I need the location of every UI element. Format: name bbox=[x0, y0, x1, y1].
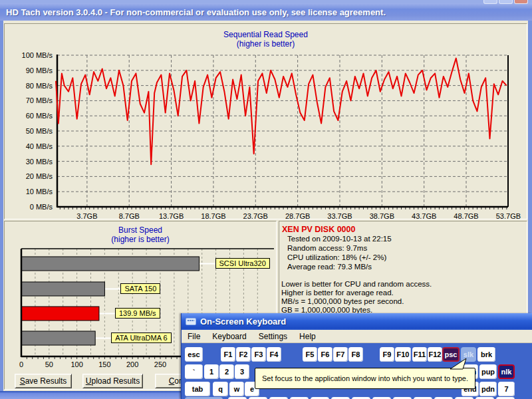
drive-name: XEN PV DISK 0000 bbox=[282, 225, 355, 234]
sequential-read-chart bbox=[5, 24, 528, 220]
bar-label-2: 139.9 MB/s bbox=[115, 308, 160, 319]
bar-label-1: SATA 150 bbox=[120, 283, 160, 294]
x-tick-label: 28.7GB bbox=[278, 212, 318, 220]
key-psc[interactable]: psc bbox=[442, 347, 460, 362]
key-pdn[interactable]: pdn bbox=[479, 382, 497, 396]
hdtach-window: HD Tach version 3.0.4.0 - For non-commer… bbox=[0, 0, 532, 399]
burst-tick-label: 0 bbox=[8, 360, 35, 368]
y-tick-label: 0 MB/s bbox=[6, 203, 53, 211]
x-tick-label: 38.7GB bbox=[362, 212, 402, 220]
minimize-button[interactable] bbox=[483, 0, 497, 4]
save-results-button[interactable]: Save Results bbox=[15, 374, 72, 388]
menu-settings[interactable]: Settings bbox=[253, 332, 293, 341]
key-pup[interactable]: pup bbox=[479, 364, 497, 379]
burst-tick-label: 50 bbox=[36, 360, 63, 368]
key-q[interactable]: q bbox=[213, 382, 228, 396]
window-left-border bbox=[0, 21, 3, 399]
burst-tick-label: 250 bbox=[147, 360, 174, 368]
osk-tooltip: Set focus to the application window into… bbox=[255, 368, 475, 389]
key-f12[interactable]: F12 bbox=[428, 347, 442, 362]
maximize-button[interactable] bbox=[499, 0, 513, 4]
key-f4[interactable]: F4 bbox=[267, 347, 281, 362]
key-slk[interactable]: slk bbox=[461, 347, 476, 362]
stat-line: CPU utilization: 18% (+/- 2%) bbox=[287, 253, 386, 261]
y-tick-label: 10 MB/s bbox=[6, 188, 53, 196]
stat-line: Tested on 2009-10-13 at 22:15 bbox=[287, 235, 392, 243]
note-line: Higher is better for average read. bbox=[281, 289, 394, 297]
key-f11[interactable]: F11 bbox=[412, 347, 427, 362]
hdtach-titlebar[interactable]: HD Tach version 3.0.4.0 - For non-commer… bbox=[0, 3, 532, 21]
menu-file[interactable]: File bbox=[182, 332, 206, 341]
bar-label-0: SCSI Ultra320 bbox=[215, 258, 270, 269]
menu-keyboard[interactable]: Keyboard bbox=[206, 332, 252, 341]
key-nlk[interactable]: nlk bbox=[498, 364, 515, 379]
y-tick-label: 60 MB/s bbox=[6, 112, 53, 120]
x-tick-label: 18.7GB bbox=[194, 212, 233, 220]
burst-tick-label: 200 bbox=[119, 360, 146, 368]
key-f6[interactable]: F6 bbox=[318, 347, 332, 362]
key-f7[interactable]: F7 bbox=[333, 347, 348, 362]
x-tick-label: 48.7GB bbox=[446, 212, 486, 220]
key-f10[interactable]: F10 bbox=[395, 347, 411, 362]
burst-tick-label: 100 bbox=[64, 360, 90, 368]
bar-0 bbox=[21, 257, 200, 271]
osk-window: On-Screen Keyboard FileKeyboardSettingsH… bbox=[181, 313, 532, 399]
burst-tick-label: 150 bbox=[91, 360, 118, 368]
key-sym[interactable]: ` bbox=[185, 364, 203, 379]
upload-results-button[interactable]: Upload Results bbox=[82, 374, 143, 388]
key-f3[interactable]: F3 bbox=[251, 347, 266, 362]
stat-line: Random access: 9.7ms bbox=[287, 244, 367, 252]
y-tick-label: 80 MB/s bbox=[6, 82, 53, 90]
y-tick-label: 90 MB/s bbox=[6, 66, 53, 74]
osk-tooltip-text: Set focus to the application window into… bbox=[262, 374, 468, 382]
sequential-read-panel: Sequential Read Speed (higher is better)… bbox=[4, 23, 527, 219]
key-f9[interactable]: F9 bbox=[380, 347, 394, 362]
key-f1[interactable]: F1 bbox=[221, 347, 235, 362]
note-line: Lower is better for CPU and random acces… bbox=[281, 280, 432, 288]
y-tick-label: 40 MB/s bbox=[6, 142, 53, 150]
osk-titlebar[interactable]: On-Screen Keyboard bbox=[182, 313, 532, 330]
x-tick-label: 33.7GB bbox=[320, 212, 360, 220]
y-tick-label: 100 MB/s bbox=[6, 51, 53, 59]
stat-line: Average read: 79.3 MB/s bbox=[287, 263, 372, 271]
bar-3 bbox=[21, 331, 95, 345]
hdtach-title-text: HD Tach version 3.0.4.0 - For non-commer… bbox=[6, 7, 386, 17]
osk-menubar: FileKeyboardSettingsHelp bbox=[182, 330, 532, 343]
key-tab[interactable]: tab bbox=[185, 382, 210, 396]
key-esc[interactable]: esc bbox=[185, 347, 203, 362]
key-f8[interactable]: F8 bbox=[348, 347, 363, 362]
key-f5[interactable]: F5 bbox=[303, 347, 317, 362]
y-tick-label: 30 MB/s bbox=[6, 158, 53, 166]
x-tick-label: 23.7GB bbox=[235, 212, 275, 220]
y-tick-label: 20 MB/s bbox=[6, 172, 53, 180]
x-tick-label: 53.7GB bbox=[488, 212, 528, 220]
x-tick-label: 8.7GB bbox=[109, 212, 149, 220]
key-1[interactable]: 1 bbox=[204, 364, 219, 379]
read-speed-line bbox=[56, 59, 507, 165]
x-tick-label: 13.7GB bbox=[152, 212, 192, 220]
y-tick-label: 70 MB/s bbox=[6, 96, 53, 104]
y-tick-label: 50 MB/s bbox=[6, 127, 53, 135]
x-tick-label: 43.7GB bbox=[404, 212, 444, 220]
key-3[interactable]: 3 bbox=[235, 364, 249, 379]
key-w[interactable]: w bbox=[229, 382, 244, 396]
bar-label-3: ATA UltraDMA 6 bbox=[111, 332, 171, 343]
x-tick-label: 3.7GB bbox=[67, 212, 107, 220]
keyboard-icon bbox=[186, 318, 196, 325]
bar-1 bbox=[21, 282, 104, 296]
close-button[interactable] bbox=[514, 0, 528, 4]
key-2[interactable]: 2 bbox=[219, 364, 234, 379]
key-7[interactable]: 7 bbox=[498, 382, 515, 396]
bar-2 bbox=[21, 307, 99, 321]
key-brk[interactable]: brk bbox=[477, 347, 495, 362]
note-line: MB/s = 1,000,000 bytes per second. bbox=[281, 297, 404, 305]
menu-help[interactable]: Help bbox=[293, 332, 322, 341]
osk-title-text: On-Screen Keyboard bbox=[200, 317, 286, 327]
key-f2[interactable]: F2 bbox=[236, 347, 251, 362]
